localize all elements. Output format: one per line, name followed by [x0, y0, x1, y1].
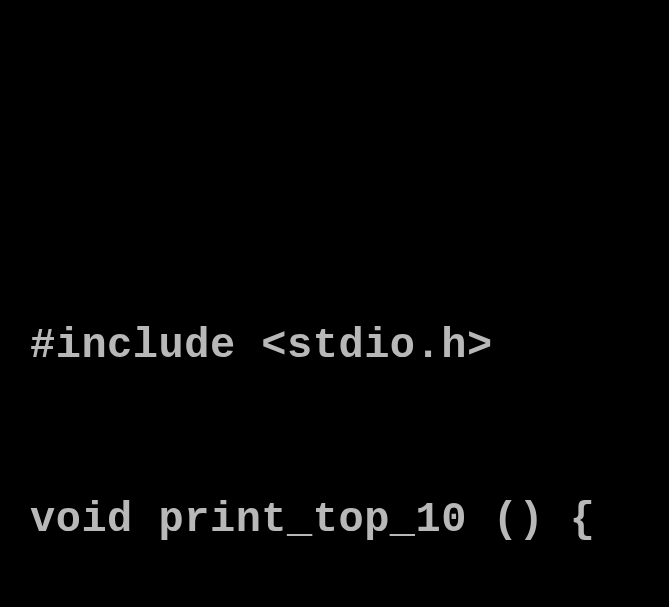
code-line: #include <stdio.h>: [30, 318, 639, 376]
code-line: void print_top_10 () {: [30, 492, 639, 550]
code-block: #include <stdio.h> void print_top_10 () …: [30, 260, 639, 607]
